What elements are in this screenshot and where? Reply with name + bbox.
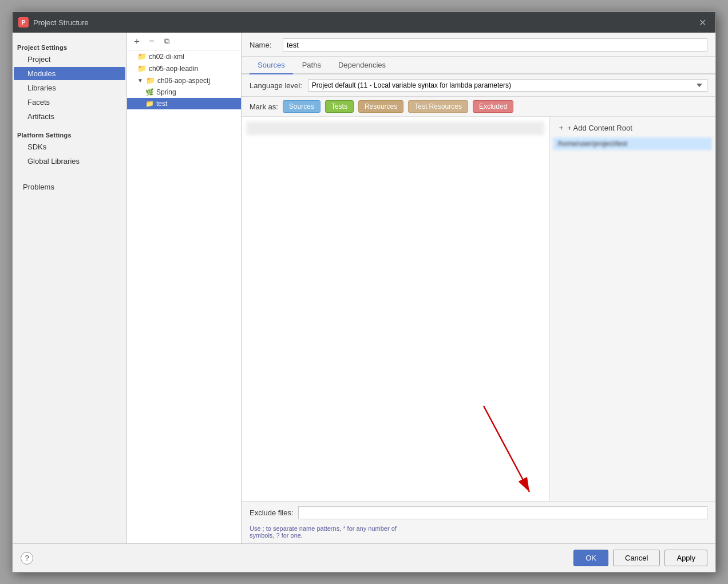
tree-item-label: ch05-aop-leadin bbox=[149, 65, 198, 73]
mark-resources-button[interactable]: Resources bbox=[358, 100, 403, 113]
tab-paths[interactable]: Paths bbox=[294, 57, 329, 74]
lang-level-row: Language level: Project default (11 - Lo… bbox=[242, 74, 715, 97]
tab-sources[interactable]: Sources bbox=[250, 57, 293, 74]
platform-settings-label: Platform Settings bbox=[13, 128, 126, 140]
add-content-root-label: + Add Content Root bbox=[567, 124, 632, 132]
mark-sources-button[interactable]: Sources bbox=[283, 100, 321, 113]
copy-module-button[interactable]: ⧉ bbox=[160, 35, 173, 48]
apply-button[interactable]: Apply bbox=[664, 550, 707, 566]
name-row: Name: bbox=[242, 33, 715, 57]
tree-item-label: ch02-di-xml bbox=[149, 53, 184, 61]
lang-level-label: Language level: bbox=[250, 81, 302, 90]
dialog-title: Project Structure bbox=[33, 18, 89, 27]
sources-main: ＋ + Add Content Root /home/user/project/… bbox=[242, 117, 715, 501]
sidebar-item-artifacts[interactable]: Artifacts bbox=[14, 110, 125, 123]
sidebar-item-problems[interactable]: Problems bbox=[14, 180, 125, 194]
exclude-hint: Use ; to separate name patterns, * for a… bbox=[242, 524, 715, 543]
remove-module-button[interactable]: − bbox=[145, 35, 158, 48]
footer-right: OK Cancel Apply bbox=[573, 550, 707, 566]
name-label: Name: bbox=[250, 41, 278, 49]
main-content: Name: Sources Paths Dependencies Languag… bbox=[242, 33, 715, 543]
tree-item-label: test bbox=[156, 100, 167, 108]
cancel-button[interactable]: Cancel bbox=[613, 550, 660, 566]
add-content-root-button[interactable]: ＋ + Add Content Root bbox=[553, 120, 712, 135]
mark-as-label: Mark as: bbox=[250, 102, 278, 111]
dialog-footer: ? OK Cancel Apply bbox=[13, 543, 715, 572]
exclude-files-row: Exclude files: bbox=[242, 501, 715, 524]
tree-item-ch02[interactable]: 📁 ch02-di-xml bbox=[127, 50, 241, 62]
app-icon: P bbox=[18, 17, 29, 27]
lang-level-select[interactable]: Project default (11 - Local variable syn… bbox=[308, 79, 707, 92]
spring-icon: 🌿 bbox=[145, 88, 154, 96]
sidebar-item-libraries[interactable]: Libraries bbox=[14, 81, 125, 94]
sidebar-item-global-libraries[interactable]: Global Libraries bbox=[14, 155, 125, 168]
sources-file-row-blurred bbox=[246, 121, 544, 135]
module-tree-toolbar: ＋ − ⧉ bbox=[127, 33, 241, 50]
name-input[interactable] bbox=[283, 38, 707, 52]
ok-button[interactable]: OK bbox=[573, 550, 608, 566]
sidebar: Project Settings Project Modules Librari… bbox=[13, 33, 127, 543]
project-structure-dialog: P Project Structure ✕ Project Settings P… bbox=[12, 11, 716, 573]
mark-tests-button[interactable]: Tests bbox=[325, 100, 354, 113]
sources-panel: Language level: Project default (11 - Lo… bbox=[242, 74, 715, 543]
exclude-files-label: Exclude files: bbox=[250, 508, 294, 517]
sidebar-item-facets[interactable]: Facets bbox=[14, 96, 125, 109]
tree-item-ch06[interactable]: ▼ 📁 ch06-aop-aspectj bbox=[127, 74, 241, 86]
close-icon[interactable]: ✕ bbox=[695, 16, 710, 29]
sidebar-item-project[interactable]: Project bbox=[14, 53, 125, 66]
sidebar-item-sdks[interactable]: SDKs bbox=[14, 140, 125, 153]
tree-item-ch05[interactable]: 📁 ch05-aop-leadin bbox=[127, 62, 241, 74]
sources-right-panel: ＋ + Add Content Root /home/user/project/… bbox=[549, 117, 715, 501]
sidebar-item-modules[interactable]: Modules bbox=[14, 67, 125, 80]
folder-icon: 📁 bbox=[145, 100, 154, 108]
tree-item-spring[interactable]: 🌿 Spring bbox=[127, 86, 241, 98]
help-button[interactable]: ? bbox=[21, 552, 33, 565]
tabs-bar: Sources Paths Dependencies bbox=[242, 57, 715, 74]
dialog-body: Project Settings Project Modules Librari… bbox=[13, 33, 715, 543]
footer-left: ? bbox=[21, 552, 33, 565]
folder-icon: 📁 bbox=[137, 52, 147, 61]
mark-excluded-button[interactable]: Excluded bbox=[473, 100, 513, 113]
plus-icon: ＋ bbox=[557, 123, 565, 133]
tree-item-label: Spring bbox=[156, 88, 176, 96]
tab-dependencies[interactable]: Dependencies bbox=[330, 57, 394, 74]
sources-left-panel bbox=[242, 117, 549, 501]
add-module-button[interactable]: ＋ bbox=[130, 35, 143, 48]
exclude-files-input[interactable] bbox=[298, 506, 707, 519]
mark-test-resources-button[interactable]: Test Resources bbox=[408, 100, 468, 113]
mark-as-row: Mark as: Sources Tests Resources Test Re… bbox=[242, 97, 715, 117]
titlebar: P Project Structure ✕ bbox=[13, 12, 715, 33]
tree-item-test[interactable]: 📁 test bbox=[127, 98, 241, 109]
folder-icon: 📁 bbox=[137, 64, 147, 73]
tree-item-label: ch06-aop-aspectj bbox=[157, 77, 210, 85]
titlebar-left: P Project Structure bbox=[18, 17, 89, 27]
content-root-item: /home/user/project/test bbox=[553, 137, 712, 150]
project-settings-label: Project Settings bbox=[13, 41, 126, 52]
folder-icon: 📁 bbox=[146, 76, 155, 85]
module-tree: ＋ − ⧉ 📁 ch02-di-xml 📁 ch05-aop-leadin ▼ … bbox=[127, 33, 242, 543]
chevron-down-icon: ▼ bbox=[137, 77, 143, 84]
